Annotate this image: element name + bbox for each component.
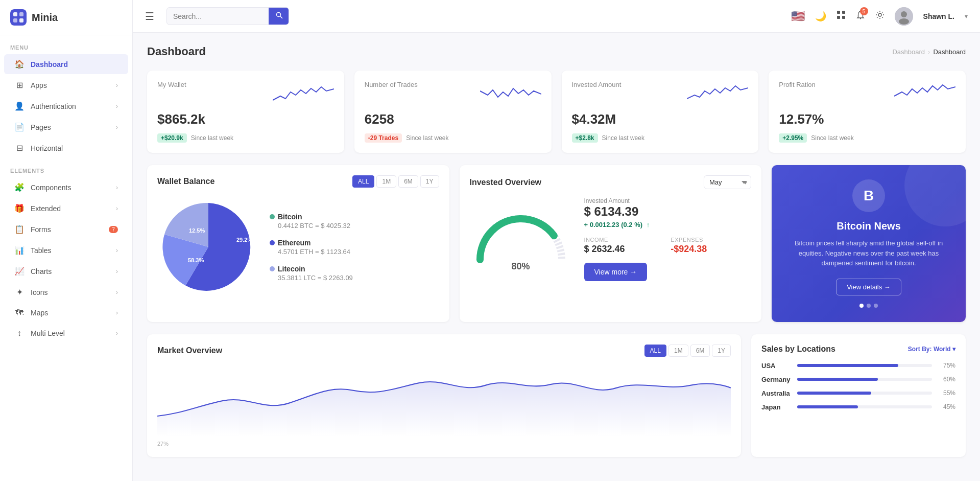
- sidebar-item-tables[interactable]: 📊 Tables ›: [4, 240, 128, 260]
- income-label: INCOME: [584, 237, 665, 243]
- svg-rect-7: [842, 11, 845, 14]
- stat-value: $865.2k: [157, 111, 334, 127]
- stat-footer-text: Since last week: [811, 134, 853, 142]
- carousel-dot-1[interactable]: [859, 304, 864, 308]
- stat-badge: +$20.9k: [157, 133, 187, 143]
- market-overview-title: Market Overview: [157, 346, 222, 355]
- user-dropdown-icon[interactable]: ▾: [965, 13, 968, 20]
- components-icon: 🧩: [14, 182, 25, 192]
- breadcrumb-current: Dashboard: [933, 48, 966, 56]
- auth-icon: 👤: [14, 101, 25, 111]
- chevron-right-icon: ›: [116, 309, 118, 316]
- view-details-button[interactable]: View details →: [836, 279, 901, 295]
- sidebar-item-charts[interactable]: 📈 Charts ›: [4, 261, 128, 281]
- sidebar-item-icons[interactable]: ✦ Icons ›: [4, 282, 128, 302]
- forms-icon: 📋: [14, 224, 25, 234]
- sort-dropdown-icon[interactable]: ▾: [952, 346, 955, 353]
- search-button[interactable]: [269, 8, 289, 25]
- tab-1m[interactable]: 1M: [376, 175, 396, 188]
- stat-card-header: Invested Amount: [572, 81, 749, 106]
- carousel-dot-2[interactable]: [867, 304, 871, 308]
- forms-badge: 7: [109, 226, 118, 233]
- sparkline-wallet: [273, 81, 334, 106]
- invested-overview-card: Invested Overview JanuaryFebruaryMarch A…: [460, 165, 762, 322]
- stat-badge: -29 Trades: [365, 133, 402, 143]
- sidebar-item-multilevel[interactable]: ↕ Multi Level ›: [4, 324, 128, 343]
- stat-footer: +2.95% Since last week: [779, 133, 955, 143]
- grid-icon[interactable]: [836, 10, 846, 22]
- stat-card-header: Profit Ration: [779, 81, 955, 106]
- location-rows: USA 75% Germany 60% Austra: [761, 362, 955, 411]
- hamburger-icon[interactable]: ☰: [145, 10, 154, 22]
- market-tab-1y[interactable]: 1Y: [712, 345, 731, 357]
- tab-all[interactable]: ALL: [352, 175, 374, 188]
- sidebar-item-forms[interactable]: 📋 Forms 7: [4, 219, 128, 239]
- sidebar-item-maps[interactable]: 🗺 Maps ›: [4, 303, 128, 323]
- market-chart-svg: [157, 365, 731, 437]
- litecoin-dot: [270, 266, 275, 271]
- tables-icon: 📊: [14, 245, 25, 255]
- sidebar-logo: Minia: [0, 0, 132, 35]
- location-row-usa: USA 75%: [761, 362, 955, 370]
- chevron-right-icon: ›: [116, 82, 118, 89]
- apps-icon: ⊞: [14, 80, 25, 90]
- chevron-right-icon: ›: [116, 205, 118, 212]
- litecoin-name: Litecoin: [278, 265, 305, 273]
- middle-row: Wallet Balance ALL 1M 6M 1Y: [147, 165, 966, 322]
- invested-overview-title: Invested Overview: [470, 178, 542, 187]
- sidebar-item-authentication[interactable]: 👤 Authentication ›: [4, 96, 128, 116]
- market-tab-6m[interactable]: 6M: [690, 345, 710, 357]
- litecoin-value: 35.3811 LTC = $ 2263.09: [278, 274, 439, 282]
- sidebar-item-extended[interactable]: 🎁 Extended ›: [4, 198, 128, 218]
- bitcoin-value: 0.4412 BTC = $ 4025.32: [278, 222, 439, 230]
- dark-mode-icon[interactable]: 🌙: [815, 11, 826, 22]
- logo-icon: [10, 9, 27, 26]
- sidebar-item-dashboard[interactable]: 🏠 Dashboard: [4, 54, 128, 74]
- stat-footer-text: Since last week: [406, 134, 448, 142]
- sort-value[interactable]: World: [934, 346, 951, 353]
- page-content: Dashboard Dashboard › Dashboard My Walle…: [133, 33, 980, 481]
- currency-list: Bitcoin 0.4412 BTC = $ 4025.32 Ethereum …: [270, 213, 439, 282]
- market-tab-all[interactable]: ALL: [644, 345, 666, 357]
- stat-card-header: My Wallet: [157, 81, 334, 106]
- svg-rect-1: [19, 12, 23, 16]
- income-value: $ 2632.46: [584, 244, 665, 255]
- sidebar-item-components[interactable]: 🧩 Components ›: [4, 177, 128, 197]
- market-tab-1m[interactable]: 1M: [668, 345, 688, 357]
- income-section: INCOME $ 2632.46: [584, 237, 665, 255]
- sidebar-item-label: Pages: [31, 123, 110, 131]
- market-card-header: Market Overview ALL 1M 6M 1Y: [157, 345, 731, 357]
- sidebar-item-pages[interactable]: 📄 Pages ›: [4, 117, 128, 137]
- user-name[interactable]: Shawn L.: [923, 12, 954, 20]
- carousel-dot-3[interactable]: [874, 304, 878, 308]
- stat-card-profit: Profit Ration 12.57% +2.95% Since last w…: [769, 71, 966, 153]
- search-input[interactable]: [167, 8, 269, 25]
- currency-item-ethereum: Ethereum 4.5701 ETH = $ 1123.64: [270, 239, 439, 256]
- location-pct: 75%: [937, 362, 955, 369]
- location-bar: [797, 392, 871, 395]
- stat-footer: +$20.9k Since last week: [157, 133, 334, 143]
- stat-footer-text: Since last week: [602, 134, 644, 142]
- stat-label: Number of Trades: [365, 81, 418, 88]
- settings-gear-icon[interactable]: [875, 10, 885, 22]
- month-select[interactable]: JanuaryFebruaryMarch AprilMayJune: [704, 175, 751, 189]
- view-more-button[interactable]: View more →: [584, 263, 648, 281]
- notification-bell-icon[interactable]: 5: [856, 10, 865, 22]
- stat-footer: -29 Trades Since last week: [365, 133, 541, 143]
- svg-point-11: [878, 13, 881, 16]
- svg-line-5: [280, 16, 282, 18]
- tab-6m[interactable]: 6M: [398, 175, 418, 188]
- sidebar-item-label: Icons: [31, 288, 110, 296]
- sidebar-item-label: Apps: [31, 81, 110, 89]
- flag-icon[interactable]: 🇺🇸: [791, 10, 805, 23]
- sidebar-item-apps[interactable]: ⊞ Apps ›: [4, 75, 128, 95]
- topbar: ☰ 🇺🇸 🌙 5 Shawn L. ▾: [133, 0, 980, 33]
- sidebar-item-label: Dashboard: [31, 60, 118, 68]
- icons-icon: ✦: [14, 287, 25, 297]
- chevron-right-icon: ›: [116, 247, 118, 254]
- breadcrumb: Dashboard › Dashboard: [892, 48, 966, 56]
- sidebar-item-horizontal[interactable]: ⊟ Horizontal: [4, 138, 128, 158]
- tab-1y[interactable]: 1Y: [420, 175, 439, 188]
- breadcrumb-root: Dashboard: [892, 48, 925, 56]
- sparkline-profit: [894, 81, 955, 106]
